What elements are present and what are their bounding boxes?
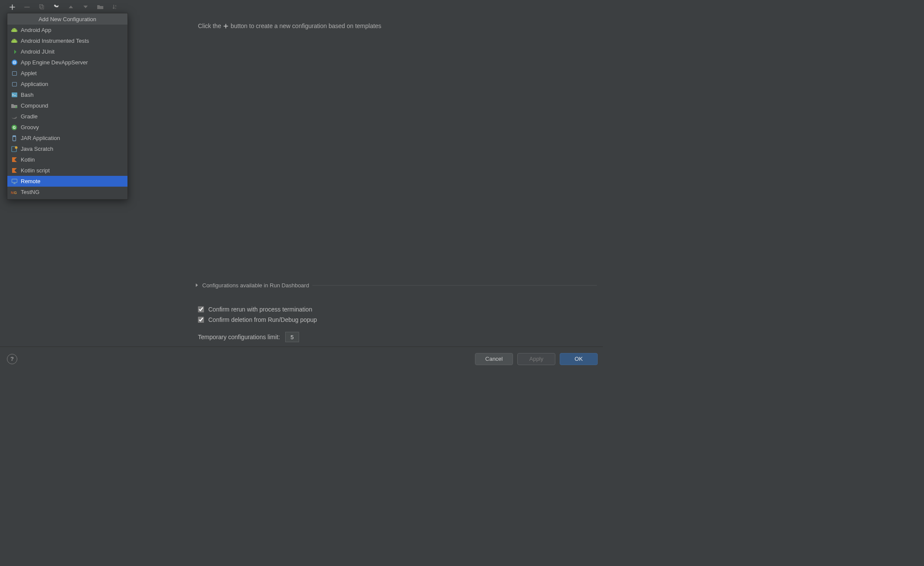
config-type-label: App Engine DevAppServer	[21, 59, 88, 66]
plus-icon	[223, 23, 229, 29]
dialog-footer: ? Cancel Apply OK	[0, 347, 603, 371]
groovy-icon: G	[11, 124, 18, 131]
config-type-item[interactable]: Bash	[7, 89, 127, 100]
details-panel: Click the button to create a new configu…	[181, 13, 603, 347]
config-type-label: Android JUnit	[21, 48, 54, 55]
config-type-item[interactable]: NGTestNG	[7, 187, 127, 197]
scratch-icon	[11, 146, 18, 153]
svg-rect-15	[12, 92, 17, 97]
config-type-label: Application	[21, 81, 48, 87]
svg-point-7	[15, 29, 16, 29]
apply-button[interactable]: Apply	[517, 353, 555, 365]
window-icon	[11, 81, 18, 88]
configurations-tree-panel: Add New Configuration Android AppAndroid…	[0, 13, 181, 347]
svg-rect-22	[12, 179, 17, 182]
jar-icon	[11, 135, 18, 142]
folder-button[interactable]	[96, 3, 105, 11]
testng-icon: NG	[11, 189, 18, 196]
config-type-item[interactable]: App Engine DevAppServer	[7, 57, 127, 68]
confirm-delete-checkbox[interactable]: Confirm deletion from Run/Debug popup	[198, 315, 597, 325]
svg-rect-8	[11, 41, 12, 43]
svg-rect-0	[40, 5, 43, 8]
configuration-type-list[interactable]: Android AppAndroid Instrumented TestsAnd…	[7, 25, 127, 199]
ok-button[interactable]: OK	[560, 353, 598, 365]
svg-rect-9	[16, 41, 17, 43]
confirm-rerun-label: Confirm rerun with process termination	[208, 306, 312, 313]
toolbar: az	[0, 0, 603, 13]
svg-text:G: G	[13, 125, 16, 130]
temp-limit-label: Temporary configurations limit:	[198, 334, 280, 340]
temp-limit-row: Temporary configurations limit:	[198, 332, 597, 342]
config-type-label: Compound	[21, 102, 48, 109]
add-button[interactable]	[8, 3, 16, 11]
appengine-icon	[11, 59, 18, 66]
main-area: Add New Configuration Android AppAndroid…	[0, 13, 603, 347]
svg-point-14	[14, 62, 15, 63]
kotlin-icon	[11, 167, 18, 174]
add-configuration-popup: Add New Configuration Android AppAndroid…	[7, 13, 128, 200]
config-type-item[interactable]: Applet	[7, 68, 127, 79]
config-type-item[interactable]: Android Instrumented Tests	[7, 35, 127, 46]
chevron-right-icon	[195, 282, 199, 289]
cancel-button[interactable]: Cancel	[475, 353, 513, 365]
config-type-item[interactable]: Android App	[7, 25, 127, 35]
svg-point-21	[15, 146, 17, 149]
config-type-item[interactable]: Kotlin script	[7, 165, 127, 176]
run-debug-configurations-dialog: az Add New Configuration Android AppAndr…	[0, 0, 603, 371]
config-type-item[interactable]: Kotlin	[7, 154, 127, 165]
terminal-icon	[11, 92, 18, 99]
junit-icon	[11, 48, 18, 55]
edit-defaults-button[interactable]	[52, 3, 61, 11]
android-icon	[11, 38, 18, 45]
config-type-item[interactable]: GGroovy	[7, 122, 127, 133]
svg-rect-19	[13, 136, 16, 137]
sort-button[interactable]: az	[111, 3, 119, 11]
temp-limit-input[interactable]	[285, 332, 299, 342]
config-type-label: JAR Application	[21, 135, 60, 141]
dashboard-section-header[interactable]: Configurations available in Run Dashboar…	[195, 280, 597, 290]
confirm-delete-label: Confirm deletion from Run/Debug popup	[208, 316, 317, 323]
config-type-item[interactable]: Compound	[7, 100, 127, 111]
empty-hint: Click the button to create a new configu…	[198, 22, 597, 30]
svg-point-10	[13, 39, 14, 40]
remote-icon	[11, 178, 18, 185]
config-type-item[interactable]: JAR Application	[7, 133, 127, 143]
help-button[interactable]: ?	[7, 354, 17, 364]
config-type-label: Gradle	[21, 113, 38, 120]
config-type-label: Kotlin	[21, 156, 35, 163]
svg-text:N: N	[11, 191, 14, 195]
config-type-label: Java Scratch	[21, 146, 53, 152]
window-icon	[11, 70, 18, 77]
hint-text-prefix: Click the	[198, 22, 221, 29]
kotlin-icon	[11, 156, 18, 163]
popup-title: Add New Configuration	[7, 13, 127, 25]
hint-text-suffix: button to create a new configuration bas…	[231, 22, 382, 29]
config-type-item[interactable]: Application	[7, 79, 127, 89]
copy-button[interactable]	[37, 3, 46, 11]
config-type-label: Android App	[21, 27, 51, 33]
config-type-label: Applet	[21, 70, 37, 76]
config-type-item[interactable]: Android JUnit	[7, 46, 127, 57]
gradle-icon	[11, 113, 18, 120]
svg-text:z: z	[115, 7, 116, 10]
config-type-item[interactable]: Java Scratch	[7, 143, 127, 154]
compound-icon	[11, 102, 18, 109]
config-type-label: Android Instrumented Tests	[21, 38, 89, 44]
android-icon	[11, 27, 18, 34]
config-type-item[interactable]: Remote	[7, 176, 127, 187]
remove-button[interactable]	[22, 3, 31, 11]
svg-point-11	[15, 39, 16, 40]
svg-rect-4	[11, 30, 12, 32]
config-type-label: TestNG	[21, 189, 39, 195]
config-type-item[interactable]: Gradle	[7, 111, 127, 122]
dashboard-section-label: Configurations available in Run Dashboar…	[202, 282, 309, 289]
svg-point-6	[13, 29, 14, 29]
confirm-rerun-checkbox[interactable]: Confirm rerun with process termination	[198, 304, 597, 315]
config-type-label: Remote	[21, 178, 41, 184]
confirm-delete-input[interactable]	[198, 317, 204, 323]
move-up-button[interactable]	[67, 3, 75, 11]
confirm-rerun-input[interactable]	[198, 306, 204, 312]
move-down-button[interactable]	[81, 3, 90, 11]
svg-rect-5	[16, 30, 17, 32]
separator	[312, 285, 597, 286]
